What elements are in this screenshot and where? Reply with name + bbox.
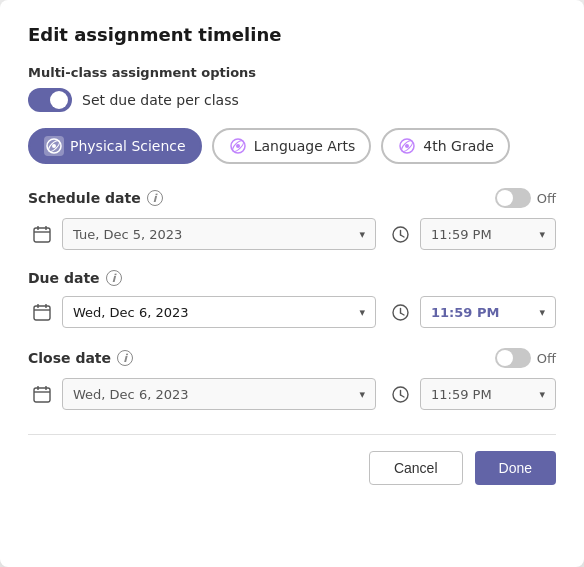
modal-footer: Cancel Done <box>28 434 556 485</box>
set-due-date-toggle[interactable] <box>28 88 72 112</box>
schedule-time-chevron: ▾ <box>539 228 545 241</box>
edit-assignment-modal: Edit assignment timeline Multi-class ass… <box>0 0 584 567</box>
physical-science-label: Physical Science <box>70 138 186 154</box>
language-arts-label: Language Arts <box>254 138 356 154</box>
due-clock-icon[interactable] <box>386 298 414 326</box>
toggle-knob <box>50 91 68 109</box>
due-date-section: Due date i Wed, Dec 6, 2023 ▾ <box>28 270 556 328</box>
class-tabs: Physical Science Language Arts 4th Gra <box>28 128 556 164</box>
class-tab-physical-science[interactable]: Physical Science <box>28 128 202 164</box>
schedule-time-input[interactable]: 11:59 PM ▾ <box>420 218 556 250</box>
schedule-date-field: Tue, Dec 5, 2023 ▾ <box>28 218 376 250</box>
svg-rect-16 <box>34 306 50 320</box>
schedule-toggle-knob <box>497 190 513 206</box>
due-date-field: Wed, Dec 6, 2023 ▾ <box>28 296 376 328</box>
svg-point-5 <box>236 144 240 148</box>
close-time-field: 11:59 PM ▾ <box>386 378 556 410</box>
svg-rect-9 <box>34 228 50 242</box>
4th-grade-label: 4th Grade <box>423 138 493 154</box>
schedule-date-row: Tue, Dec 5, 2023 ▾ 11:59 PM ▾ <box>28 218 556 250</box>
svg-point-8 <box>405 144 409 148</box>
cancel-button[interactable]: Cancel <box>369 451 463 485</box>
due-date-input[interactable]: Wed, Dec 6, 2023 ▾ <box>62 296 376 328</box>
due-date-title: Due date i <box>28 270 122 286</box>
schedule-toggle-label: Off <box>537 191 556 206</box>
schedule-date-section: Schedule date i Off <box>28 188 556 250</box>
schedule-date-toggle[interactable] <box>495 188 531 208</box>
schedule-calendar-icon[interactable] <box>28 220 56 248</box>
svg-point-2 <box>52 144 56 148</box>
4th-grade-icon <box>397 136 417 156</box>
schedule-time-field: 11:59 PM ▾ <box>386 218 556 250</box>
class-tab-4th-grade[interactable]: 4th Grade <box>381 128 509 164</box>
due-date-header: Due date i <box>28 270 556 286</box>
multi-class-label: Multi-class assignment options <box>28 65 556 80</box>
close-date-section: Close date i Off <box>28 348 556 410</box>
schedule-clock-icon[interactable] <box>386 220 414 248</box>
close-time-input[interactable]: 11:59 PM ▾ <box>420 378 556 410</box>
svg-line-15 <box>400 235 404 237</box>
schedule-date-info-icon[interactable]: i <box>147 190 163 206</box>
class-tab-language-arts[interactable]: Language Arts <box>212 128 372 164</box>
due-time-field: 11:59 PM ▾ <box>386 296 556 328</box>
close-date-toggle-row: Off <box>495 348 556 368</box>
modal-title: Edit assignment timeline <box>28 24 556 45</box>
close-calendar-icon[interactable] <box>28 380 56 408</box>
schedule-date-chevron: ▾ <box>359 228 365 241</box>
due-time-chevron: ▾ <box>539 306 545 319</box>
close-date-title: Close date i <box>28 350 133 366</box>
set-due-date-row: Set due date per class <box>28 88 556 112</box>
due-date-info-icon[interactable]: i <box>106 270 122 286</box>
svg-line-22 <box>400 313 404 315</box>
close-date-input[interactable]: Wed, Dec 6, 2023 ▾ <box>62 378 376 410</box>
close-clock-icon[interactable] <box>386 380 414 408</box>
physical-science-icon <box>44 136 64 156</box>
schedule-date-toggle-row: Off <box>495 188 556 208</box>
schedule-date-title: Schedule date i <box>28 190 163 206</box>
svg-line-29 <box>400 395 404 397</box>
close-date-field: Wed, Dec 6, 2023 ▾ <box>28 378 376 410</box>
due-calendar-icon[interactable] <box>28 298 56 326</box>
close-toggle-label: Off <box>537 351 556 366</box>
due-time-input[interactable]: 11:59 PM ▾ <box>420 296 556 328</box>
due-date-chevron: ▾ <box>359 306 365 319</box>
language-arts-icon <box>228 136 248 156</box>
close-date-chevron: ▾ <box>359 388 365 401</box>
schedule-date-header: Schedule date i Off <box>28 188 556 208</box>
schedule-date-input[interactable]: Tue, Dec 5, 2023 ▾ <box>62 218 376 250</box>
close-date-info-icon[interactable]: i <box>117 350 133 366</box>
set-due-date-label: Set due date per class <box>82 92 239 108</box>
close-date-header: Close date i Off <box>28 348 556 368</box>
svg-rect-23 <box>34 388 50 402</box>
close-date-toggle[interactable] <box>495 348 531 368</box>
close-toggle-knob <box>497 350 513 366</box>
due-date-row: Wed, Dec 6, 2023 ▾ 11:59 PM ▾ <box>28 296 556 328</box>
close-time-chevron: ▾ <box>539 388 545 401</box>
close-date-row: Wed, Dec 6, 2023 ▾ 11:59 PM ▾ <box>28 378 556 410</box>
done-button[interactable]: Done <box>475 451 556 485</box>
